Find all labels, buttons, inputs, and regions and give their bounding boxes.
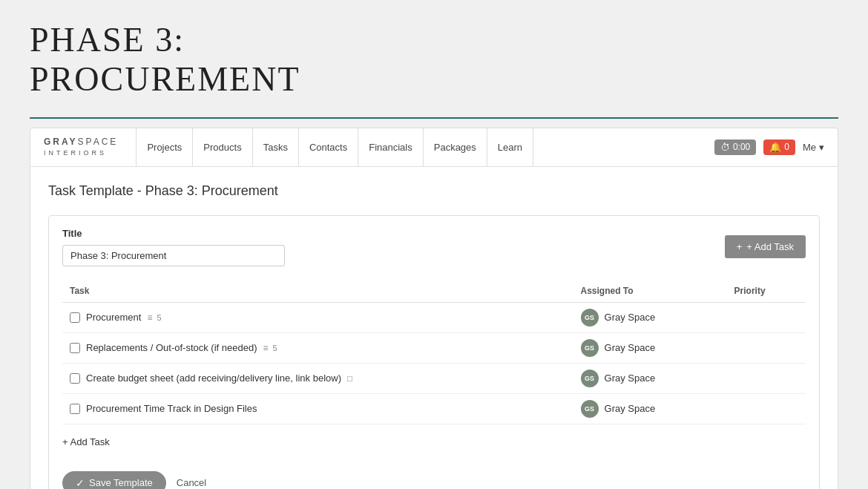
task-cell: Create budget sheet (add receiving/deliv… bbox=[62, 363, 573, 393]
task-table: Task Assigned To Priority Procurement 5 bbox=[62, 280, 806, 424]
assigned-cell: GS Gray Space bbox=[573, 393, 727, 424]
cancel-button[interactable]: Cancel bbox=[177, 477, 206, 488]
nav-right: ⏱ 0:00 🔔 0 Me ▾ bbox=[714, 140, 824, 155]
add-task-button-top[interactable]: + + Add Task bbox=[725, 235, 806, 258]
form-section: Title + + Add Task Task Assigned To Prio… bbox=[48, 215, 820, 489]
task-checkbox[interactable] bbox=[70, 312, 80, 323]
me-menu[interactable]: Me ▾ bbox=[803, 142, 824, 153]
task-cell: Procurement Time Track in Design Files bbox=[62, 393, 573, 424]
task-meta: 5 bbox=[147, 312, 161, 323]
task-checkbox[interactable] bbox=[70, 343, 80, 353]
chevron-down-icon: ▾ bbox=[819, 142, 824, 153]
priority-cell bbox=[727, 363, 806, 393]
add-task-link[interactable]: + Add Task bbox=[62, 436, 110, 447]
avatar: GS bbox=[581, 309, 599, 326]
priority-cell bbox=[727, 302, 806, 332]
priority-cell bbox=[727, 332, 806, 363]
avatar: GS bbox=[581, 400, 599, 418]
nav-items: Projects Products Tasks Contacts Financi… bbox=[136, 128, 714, 166]
title-row: Title + + Add Task bbox=[62, 228, 806, 266]
notif-count: 0 bbox=[784, 142, 789, 152]
hero-divider bbox=[30, 117, 838, 119]
plus-icon: + bbox=[737, 241, 743, 252]
table-row: Procurement 5 GS Gray Space bbox=[62, 302, 806, 332]
title-input[interactable] bbox=[62, 245, 285, 266]
nav-item-tasks[interactable]: Tasks bbox=[253, 128, 299, 166]
hero-title: Phase 3: Procurement bbox=[30, 21, 838, 99]
main-card: GRAYSPACEINTERIORS Projects Products Tas… bbox=[30, 128, 838, 489]
page-title: Task Template - Phase 3: Procurement bbox=[48, 183, 820, 199]
check-circle-icon: ✓ bbox=[76, 477, 85, 489]
bottom-actions: ✓ Save Template Cancel bbox=[62, 471, 806, 489]
table-row: Procurement Time Track in Design Files G… bbox=[62, 393, 806, 424]
col-priority: Priority bbox=[727, 280, 806, 303]
avatar: GS bbox=[581, 370, 599, 387]
save-template-button[interactable]: ✓ Save Template bbox=[62, 471, 166, 489]
col-assigned: Assigned To bbox=[573, 280, 727, 303]
nav-item-packages[interactable]: Packages bbox=[424, 128, 487, 166]
priority-cell bbox=[727, 393, 806, 424]
list-icon bbox=[147, 312, 152, 323]
col-task: Task bbox=[62, 280, 573, 303]
list-icon bbox=[263, 343, 269, 353]
timer-badge[interactable]: ⏱ 0:00 bbox=[714, 140, 756, 155]
content-area: Task Template - Phase 3: Procurement Tit… bbox=[30, 167, 838, 489]
nav-item-products[interactable]: Products bbox=[193, 128, 252, 166]
assigned-name: Gray Space bbox=[605, 312, 656, 323]
assigned-name: Gray Space bbox=[605, 373, 656, 384]
bell-icon: 🔔 bbox=[769, 142, 781, 153]
title-field-group: Title bbox=[62, 228, 285, 266]
subtask-count: 5 bbox=[157, 313, 161, 322]
timer-value: 0:00 bbox=[733, 142, 750, 152]
assigned-name: Gray Space bbox=[605, 342, 656, 353]
task-cell: Replacements / Out-of-stock (if needed) … bbox=[62, 332, 573, 363]
doc-icon bbox=[347, 373, 352, 384]
task-checkbox[interactable] bbox=[70, 373, 80, 384]
assigned-cell: GS Gray Space bbox=[573, 332, 727, 363]
nav-item-contacts[interactable]: Contacts bbox=[299, 128, 358, 166]
notifications-badge[interactable]: 🔔 0 bbox=[763, 140, 795, 155]
timer-icon: ⏱ bbox=[720, 142, 730, 153]
task-meta bbox=[347, 373, 352, 384]
assigned-name: Gray Space bbox=[605, 403, 656, 414]
assigned-cell: GS Gray Space bbox=[573, 302, 727, 332]
assigned-cell: GS Gray Space bbox=[573, 363, 727, 393]
nav-item-projects[interactable]: Projects bbox=[136, 128, 193, 166]
task-name: Procurement bbox=[86, 312, 141, 323]
nav-item-learn[interactable]: Learn bbox=[487, 128, 533, 166]
table-row: Create budget sheet (add receiving/deliv… bbox=[62, 363, 806, 393]
navbar: GRAYSPACEINTERIORS Projects Products Tas… bbox=[30, 128, 838, 167]
nav-item-financials[interactable]: Financials bbox=[358, 128, 424, 166]
task-checkbox[interactable] bbox=[70, 404, 80, 414]
task-name: Procurement Time Track in Design Files bbox=[86, 403, 257, 414]
task-name: Create budget sheet (add receiving/deliv… bbox=[86, 373, 341, 384]
task-name: Replacements / Out-of-stock (if needed) bbox=[86, 342, 257, 353]
logo: GRAYSPACEINTERIORS bbox=[44, 137, 118, 157]
subtask-count: 5 bbox=[273, 344, 277, 352]
table-row: Replacements / Out-of-stock (if needed) … bbox=[62, 332, 806, 363]
title-label: Title bbox=[62, 228, 285, 239]
task-meta: 5 bbox=[263, 343, 277, 353]
avatar: GS bbox=[581, 339, 599, 357]
hero-section: Phase 3: Procurement bbox=[0, 0, 868, 110]
task-cell: Procurement 5 bbox=[62, 302, 573, 332]
